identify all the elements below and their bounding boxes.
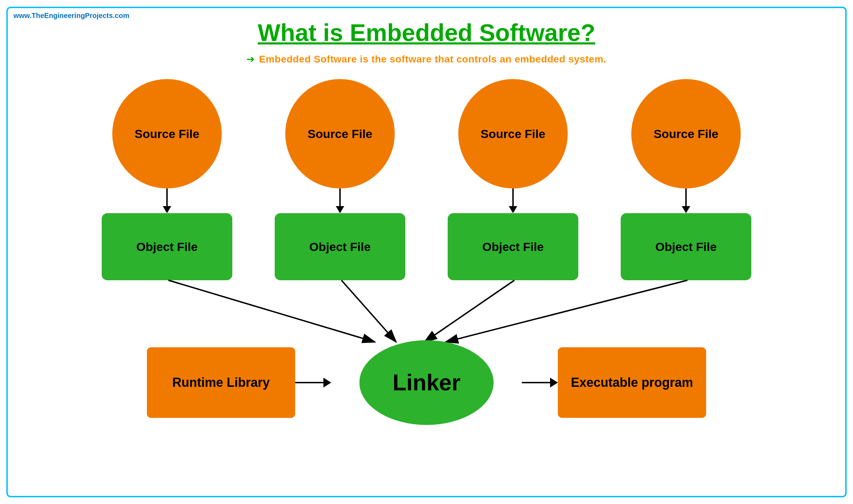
bottom-section: Runtime Library Linker Executable progra…	[22, 340, 831, 425]
runtime-library-box: Runtime Library	[147, 347, 295, 418]
executable-program-box: Executable program	[558, 347, 706, 418]
website-label: www.TheEngineeringProjects.com	[13, 12, 129, 20]
runtime-to-linker-arrow	[295, 378, 331, 388]
source-col-1: Source File	[102, 79, 232, 188]
source-col-2: Source File	[275, 79, 405, 188]
main-container: www.TheEngineeringProjects.com What is E…	[6, 7, 847, 497]
svg-line-3	[424, 280, 514, 342]
source-file-circle-4: Source File	[631, 79, 741, 188]
diagram-wrapper: Source File Source File Source File Sour…	[22, 79, 831, 425]
arrow-right-icon: ➔	[246, 53, 255, 65]
svg-line-1	[168, 280, 375, 342]
connector-3	[448, 188, 578, 213]
linker-to-exec-arrow	[522, 378, 558, 388]
source-files-row: Source File Source File Source File Sour…	[22, 79, 831, 188]
subtitle-text: Embedded Software is the software that c…	[259, 54, 606, 65]
connector-1	[102, 188, 232, 213]
source-file-circle-1: Source File	[112, 79, 222, 188]
svg-line-2	[341, 280, 396, 342]
object-file-box-1: Object File	[102, 213, 232, 280]
subtitle-row: ➔ Embedded Software is the software that…	[22, 53, 831, 65]
object-file-box-3: Object File	[448, 213, 578, 280]
svg-line-4	[446, 280, 687, 342]
connector-4	[621, 188, 751, 213]
down-arrows-row	[22, 188, 831, 213]
object-files-row: Object File Object File Object File Obje…	[22, 213, 831, 280]
connector-2	[275, 188, 405, 213]
source-col-3: Source File	[448, 79, 578, 188]
object-file-box-2: Object File	[275, 213, 405, 280]
linker-ellipse: Linker	[359, 340, 494, 425]
object-file-box-4: Object File	[621, 213, 751, 280]
source-col-4: Source File	[621, 79, 751, 188]
source-file-circle-3: Source File	[458, 79, 568, 188]
source-file-circle-2: Source File	[285, 79, 395, 188]
page-title: What is Embedded Software?	[22, 19, 831, 46]
